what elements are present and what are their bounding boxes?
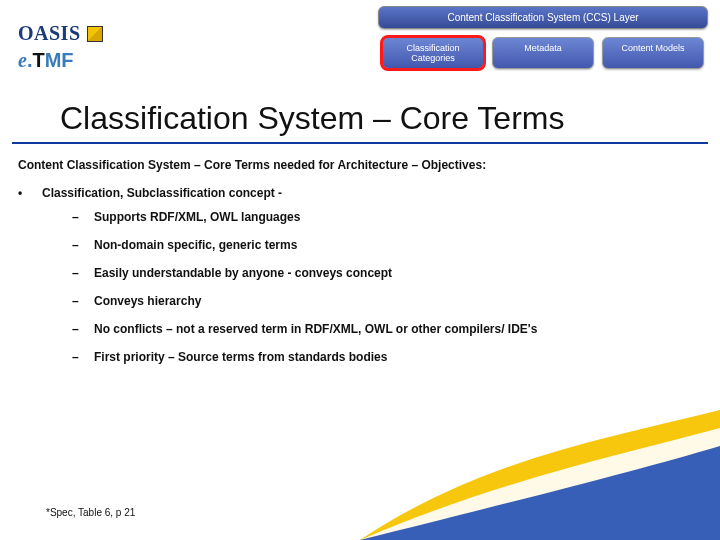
- footnote: *Spec, Table 6, p 21: [46, 507, 135, 518]
- sub-bullet: – Non-domain specific, generic terms: [72, 238, 702, 252]
- etmf-logo: e.TMF: [18, 49, 103, 72]
- layer-pill-metadata: Metadata: [492, 37, 594, 69]
- oasis-mark-icon: [87, 26, 103, 42]
- etmf-e: e: [18, 49, 27, 71]
- etmf-t: T: [32, 49, 44, 71]
- sub-bullet-list: – Supports RDF/XML, OWL languages – Non-…: [72, 210, 702, 364]
- oasis-logo: OASIS: [18, 22, 103, 45]
- sub-bullet-text: No conflicts – not a reserved term in RD…: [94, 322, 537, 336]
- bullet-dot-icon: •: [18, 186, 24, 200]
- title-underline: [12, 142, 708, 144]
- etmf-mf: MF: [45, 49, 74, 71]
- sub-bullet-text: Easily understandable by anyone - convey…: [94, 266, 392, 280]
- sub-bullet: – Easily understandable by anyone - conv…: [72, 266, 702, 280]
- swoosh-decoration: [360, 400, 720, 540]
- body: Content Classification System – Core Ter…: [18, 158, 702, 378]
- subtitle: Content Classification System – Core Ter…: [18, 158, 702, 172]
- sub-bullet: – Supports RDF/XML, OWL languages: [72, 210, 702, 224]
- sub-bullet: – Conveys hierarchy: [72, 294, 702, 308]
- layer-diagram: Content Classification System (CCS) Laye…: [378, 6, 708, 69]
- dash-icon: –: [72, 238, 82, 252]
- logo-block: OASIS e.TMF: [18, 22, 103, 72]
- bullet-main-text: Classification, Subclassification concep…: [42, 186, 282, 200]
- slide-title: Classification System – Core Terms: [60, 100, 564, 137]
- layer-pill-categories: Classification Categories: [382, 37, 484, 69]
- dash-icon: –: [72, 266, 82, 280]
- header: OASIS e.TMF Content Classification Syste…: [0, 0, 720, 110]
- sub-bullet: – No conflicts – not a reserved term in …: [72, 322, 702, 336]
- bullet-main: • Classification, Subclassification conc…: [18, 186, 702, 200]
- sub-bullet: – First priority – Source terms from sta…: [72, 350, 702, 364]
- sub-bullet-text: Conveys hierarchy: [94, 294, 201, 308]
- oasis-text: OASIS: [18, 22, 81, 45]
- layer-pill-content-models: Content Models: [602, 37, 704, 69]
- layer-top-box: Content Classification System (CCS) Laye…: [378, 6, 708, 29]
- sub-bullet-text: Non-domain specific, generic terms: [94, 238, 297, 252]
- sub-bullet-text: First priority – Source terms from stand…: [94, 350, 387, 364]
- dash-icon: –: [72, 294, 82, 308]
- dash-icon: –: [72, 322, 82, 336]
- dash-icon: –: [72, 210, 82, 224]
- layer-row: Classification Categories Metadata Conte…: [378, 37, 708, 69]
- dash-icon: –: [72, 350, 82, 364]
- sub-bullet-text: Supports RDF/XML, OWL languages: [94, 210, 300, 224]
